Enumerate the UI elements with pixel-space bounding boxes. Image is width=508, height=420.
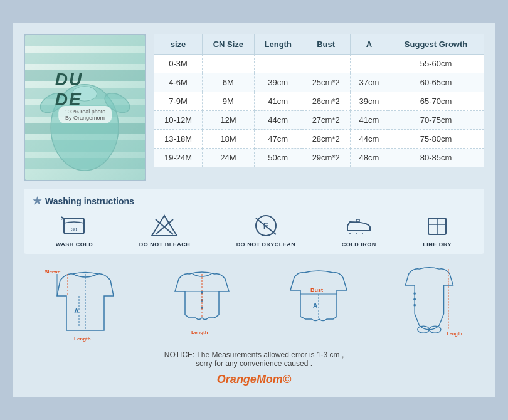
main-container: DU DE 100% real photo By Orangemom size … (13, 23, 495, 397)
table-cell: 18M (202, 130, 254, 149)
size-table-wrap: size CN Size Length Bust A Suggest Growt… (154, 34, 484, 181)
notice-text: NOTICE: The Measurements allowed error i… (24, 350, 484, 368)
table-cell: 75-80cm (388, 130, 484, 149)
table-cell: 28cm*2 (302, 130, 350, 149)
table-cell: 41cm (350, 111, 388, 130)
svg-text:A: A (313, 302, 317, 309)
table-cell (254, 55, 302, 73)
brand-footer: OrangeMom© (24, 373, 484, 386)
table-cell: 13-18M (154, 130, 203, 149)
diagram-svg-1: A Sleeve Length (35, 261, 135, 343)
table-cell: 9M (202, 92, 254, 111)
line-dry-label: LINE DRY (423, 241, 452, 248)
table-cell: 4-6M (154, 73, 203, 92)
table-cell: 80-85cm (388, 149, 484, 167)
brand-symbol: © (283, 373, 291, 386)
wash-cold-icon: 30 (59, 213, 89, 238)
diagram-svg-2: Length (158, 261, 252, 343)
line-dry-icon (422, 213, 452, 238)
svg-marker-6 (152, 216, 177, 236)
table-cell: 44cm (254, 111, 302, 130)
table-cell: 48cm (350, 149, 388, 167)
table-row: 0-3M55-60cm (154, 55, 484, 73)
table-row: 13-18M18M47cm28cm*244cm75-80cm (154, 130, 484, 149)
dude-label: DU DE (55, 70, 115, 110)
cold-iron-label: COLD IRON (342, 241, 376, 248)
washing-icons-row: 30 WASH COLD DO NOT BLEACH F (33, 213, 475, 248)
star-icon: ★ (33, 195, 41, 207)
svg-point-36 (413, 292, 416, 295)
notice-line2: sorry for any convenience caused . (24, 359, 484, 368)
wash-cold-label: WASH COLD (56, 241, 93, 248)
table-cell: 39cm (254, 73, 302, 92)
size-table-body: 0-3M55-60cm4-6M6M39cm25cm*237cm60-65cm7-… (154, 55, 484, 167)
table-row: 4-6M6M39cm25cm*237cm60-65cm (154, 73, 484, 92)
product-image: DU DE 100% real photo By Orangemom (24, 34, 146, 181)
table-cell: 50cm (254, 149, 302, 167)
col-a: A (350, 34, 388, 55)
cold-iron-icon (344, 213, 374, 238)
table-cell: 60-65cm (388, 73, 484, 92)
table-cell: 39cm (350, 92, 388, 111)
table-cell: 29cm*2 (302, 149, 350, 167)
svg-text:A: A (74, 307, 79, 315)
table-row: 10-12M12M44cm27cm*241cm70-75cm (154, 111, 484, 130)
wash-cold-item: 30 WASH COLD (56, 213, 93, 248)
diagram-svg-4: Length (391, 261, 473, 343)
table-cell: 6M (202, 73, 254, 92)
no-bleach-icon (149, 213, 179, 238)
table-cell (202, 55, 254, 73)
washing-title-text: Washing instructions (45, 196, 134, 206)
col-cn-size: CN Size (202, 34, 254, 55)
table-cell: 25cm*2 (302, 73, 350, 92)
no-bleach-label: DO NOT BLEACH (139, 241, 191, 248)
table-cell: 10-12M (154, 111, 203, 130)
table-cell: 24M (202, 149, 254, 167)
no-bleach-item: DO NOT BLEACH (139, 213, 191, 248)
table-cell (302, 55, 350, 73)
line-dry-item: LINE DRY (422, 213, 452, 248)
watermark: 100% real photo By Orangemom (58, 106, 112, 123)
table-cell: 47cm (254, 130, 302, 149)
washing-section: ★ Washing instructions 30 WASH COLD (24, 189, 484, 254)
washing-title: ★ Washing instructions (33, 195, 475, 207)
table-cell: 27cm*2 (302, 111, 350, 130)
svg-text:Bust: Bust (310, 287, 323, 293)
table-cell: 37cm (350, 73, 388, 92)
col-bust: Bust (302, 34, 350, 55)
table-cell: 55-60cm (388, 55, 484, 73)
no-dryclean-icon: F (251, 213, 281, 238)
svg-text:Length: Length (191, 330, 208, 335)
table-cell: 0-3M (154, 55, 203, 73)
svg-text:30: 30 (71, 226, 77, 233)
table-cell (350, 55, 388, 73)
table-cell: 12M (202, 111, 254, 130)
table-cell: 7-9M (154, 92, 203, 111)
diagram-2: Length (158, 261, 252, 343)
measurements-section: A Sleeve Length (24, 261, 484, 386)
no-dryclean-item: F DO NOT DRYCLEAN (236, 213, 296, 248)
table-row: 7-9M9M41cm26cm*239cm65-70cm (154, 92, 484, 111)
table-cell: 70-75cm (388, 111, 484, 130)
svg-rect-12 (356, 219, 359, 222)
svg-point-37 (413, 298, 416, 301)
table-cell: 19-24M (154, 149, 203, 167)
svg-text:Length: Length (447, 331, 462, 337)
size-table: size CN Size Length Bust A Suggest Growt… (154, 34, 484, 167)
table-cell: 44cm (350, 130, 388, 149)
no-dryclean-label: DO NOT DRYCLEAN (236, 241, 296, 248)
col-length: Length (254, 34, 302, 55)
diagrams-row: A Sleeve Length (24, 261, 484, 343)
top-section: DU DE 100% real photo By Orangemom size … (24, 34, 484, 181)
table-row: 19-24M24M50cm29cm*248cm80-85cm (154, 149, 484, 167)
diagram-svg-3: Bust A (275, 261, 369, 343)
cold-iron-item: COLD IRON (342, 213, 376, 248)
table-cell: 65-70cm (388, 92, 484, 111)
svg-point-38 (413, 304, 416, 307)
diagram-3: Bust A (275, 261, 369, 343)
notice-line1: NOTICE: The Measurements allowed error i… (24, 350, 484, 359)
table-cell: 26cm*2 (302, 92, 350, 111)
col-suggest: Suggest Growth (388, 34, 484, 55)
diagram-1: A Sleeve Length (35, 261, 135, 343)
svg-text:Sleeve: Sleeve (45, 269, 61, 275)
